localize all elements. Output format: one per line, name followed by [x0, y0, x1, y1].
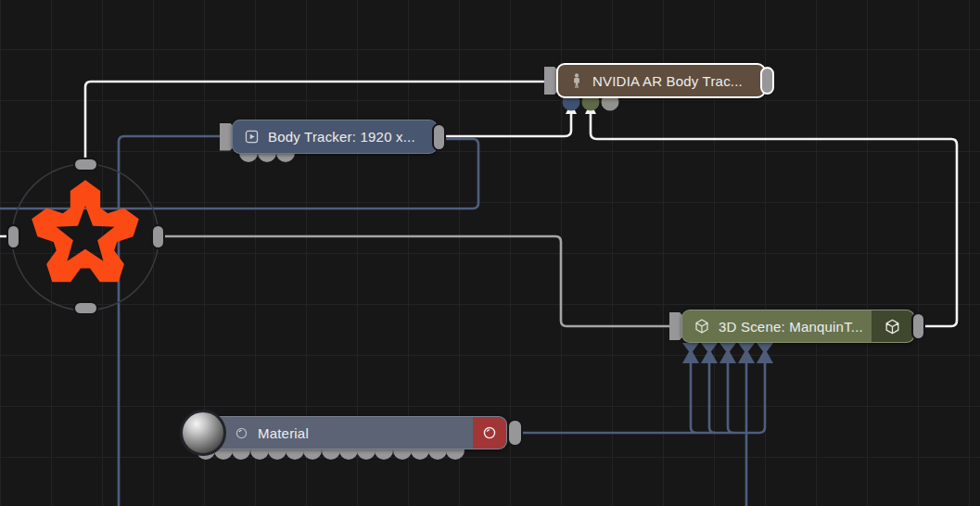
- scene-sub-port[interactable]: [682, 343, 699, 363]
- ring-icon: [234, 425, 249, 441]
- material-ball-icon: [481, 424, 498, 441]
- scene-output-section: [872, 310, 914, 342]
- person-icon: [569, 72, 584, 89]
- node-title: 3D Scene: ManquinT...: [719, 319, 863, 335]
- material-output-section: [473, 417, 506, 449]
- node-title: NVIDIA AR Body Trac...: [592, 73, 743, 89]
- node-graph-canvas[interactable]: NVIDIA AR Body Trac... Body Tracker: 192…: [0, 0, 980, 506]
- output-port-icon[interactable]: [760, 67, 774, 95]
- output-port-icon[interactable]: [911, 312, 925, 340]
- wire-bodytracker-to-nvidia[interactable]: [447, 114, 571, 136]
- wire-hub-to-scene-input[interactable]: [160, 236, 669, 326]
- star-pentagon-logo[interactable]: [32, 180, 139, 282]
- scene-sub-port[interactable]: [701, 343, 718, 363]
- node-3d-scene[interactable]: 3D Scene: ManquinT...: [681, 310, 910, 343]
- scene-sub-port[interactable]: [738, 343, 755, 363]
- wire-scene-to-nvidia[interactable]: [591, 114, 957, 326]
- wire-material-branch-1[interactable]: [691, 363, 696, 433]
- output-port-icon[interactable]: [432, 123, 446, 151]
- material-preview-sphere[interactable]: [180, 410, 226, 456]
- cube-icon: [884, 318, 901, 335]
- wire-material-branch-2[interactable]: [709, 363, 715, 433]
- wire-material-branch-3[interactable]: [728, 363, 733, 433]
- node-title: Body Tracker: 1920 x...: [268, 129, 415, 145]
- hub-port-bottom[interactable]: [74, 302, 97, 314]
- hub-port-left[interactable]: [7, 225, 19, 248]
- play-icon: [244, 129, 260, 145]
- node-body-tracker[interactable]: Body Tracker: 1920 x...: [232, 120, 438, 154]
- output-port-icon[interactable]: [507, 419, 523, 447]
- scene-sub-port[interactable]: [757, 343, 773, 363]
- hub-port-top[interactable]: [74, 158, 97, 171]
- cube-icon: [694, 318, 710, 335]
- node-title: Material: [258, 425, 309, 441]
- node-material[interactable]: Material: [188, 416, 507, 449]
- node-nvidia-ar-body-tracker[interactable]: NVIDIA AR Body Trac...: [556, 63, 766, 98]
- hub-port-right[interactable]: [152, 225, 164, 248]
- scene-sub-port[interactable]: [719, 343, 736, 363]
